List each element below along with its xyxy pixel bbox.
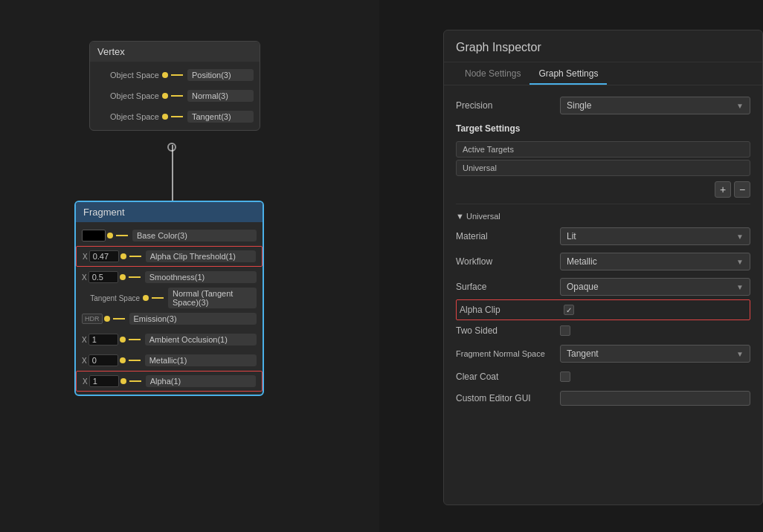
connector-line-2 [171, 116, 183, 117]
surface-label: Surface [456, 282, 560, 292]
custom-editor-gui-row: Custom Editor GUI [456, 387, 750, 409]
frag-port-1: Alpha Clip Threshold(1) [146, 250, 256, 262]
frag-port-3: Normal (Tangent Space)(3) [168, 288, 257, 308]
frag-dot-2 [120, 274, 126, 280]
workflow-dropdown[interactable]: Metallic ▼ [560, 253, 750, 270]
two-sided-checkbox[interactable] [560, 325, 570, 336]
tab-graph-settings[interactable]: Graph Settings [529, 62, 607, 85]
connector-dot-1 [162, 93, 168, 99]
custom-editor-gui-label: Custom Editor GUI [456, 393, 560, 403]
frag-port-6: Metallic(1) [145, 354, 257, 366]
fragment-node: Fragment Base Color(3) X Alpha Clip Thre… [74, 201, 264, 396]
custom-editor-gui-input[interactable] [560, 391, 750, 406]
connector-dot-2 [162, 114, 168, 120]
two-sided-label: Two Sided [456, 325, 560, 336]
two-sided-checkbox-area [560, 325, 750, 336]
vertex-node: Vertex Object Space Position(3) Object S… [89, 41, 260, 131]
frag-line-1 [129, 256, 141, 257]
frag-port-2: Smoothness(1) [145, 271, 257, 283]
frag-dot-1 [120, 253, 126, 259]
connector-line-0 [171, 74, 183, 76]
workflow-dropdown-value: Metallic [567, 256, 597, 267]
frag-dot-6 [120, 357, 126, 363]
precision-dropdown[interactable]: Single ▼ [560, 97, 750, 114]
workflow-dropdown-arrow: ▼ [736, 258, 744, 266]
fragment-row-alphaclip: X Alpha Clip Threshold(1) [76, 246, 263, 267]
tab-node-settings[interactable]: Node Settings [456, 62, 529, 85]
targets-controls: + − [456, 178, 750, 201]
frag-dot-0 [107, 233, 113, 239]
vertex-row-position: Object Space Position(3) [90, 65, 260, 85]
inspector-tabs: Node Settings Graph Settings [444, 62, 762, 85]
add-target-button[interactable]: + [715, 181, 731, 198]
precision-value: Single ▼ [560, 97, 750, 114]
surface-dropdown-arrow: ▼ [736, 283, 744, 291]
fragment-row-ao: X Ambient Occlusion(1) [76, 329, 263, 350]
fragment-row-emission: HDR Emission(3) [76, 308, 263, 329]
fragment-normal-space-dropdown-value: Tangent [567, 348, 599, 359]
target-settings-row: Target Settings [456, 118, 750, 139]
connector-line-1 [171, 95, 183, 97]
precision-label: Precision [456, 100, 560, 111]
frag-line-7 [129, 380, 141, 382]
workflow-label: Workflow [456, 256, 560, 267]
frag-dot-7 [120, 378, 126, 384]
x-label-1: X [83, 253, 88, 261]
frag-port-0: Base Color(3) [132, 230, 257, 241]
vertex-port-1: Normal(3) [187, 90, 254, 102]
workflow-value: Metallic ▼ [560, 253, 750, 270]
frag-line-5 [129, 339, 141, 340]
surface-row: Surface Opaque ▼ [456, 274, 750, 299]
x-label-5: X [82, 336, 87, 344]
surface-value: Opaque ▼ [560, 278, 750, 296]
surface-dropdown[interactable]: Opaque ▼ [560, 278, 750, 296]
target-settings-label: Target Settings [456, 123, 560, 134]
alpha-input[interactable] [89, 375, 119, 387]
color-swatch[interactable] [82, 230, 106, 241]
remove-target-button[interactable]: − [734, 181, 750, 198]
frag-dot-5 [120, 337, 126, 343]
frag-line-4 [113, 318, 125, 319]
ao-input[interactable] [88, 334, 118, 346]
fragment-normal-space-dropdown[interactable]: Tangent ▼ [560, 345, 750, 363]
fragment-normal-space-dropdown-arrow: ▼ [736, 350, 744, 358]
x-label-2: X [82, 273, 87, 282]
metallic-input[interactable] [88, 354, 118, 366]
clear-coat-label: Clear Coat [456, 372, 560, 382]
precision-dropdown-arrow: ▼ [736, 102, 744, 110]
alpha-clip-checkbox-area: ✓ [564, 305, 747, 315]
alpha-clip-label: Alpha Clip [460, 305, 564, 315]
smoothness-input[interactable] [88, 271, 118, 283]
frag-line-3 [152, 297, 164, 299]
material-dropdown-value: Lit [567, 231, 576, 241]
inspector-panel: Graph Inspector Node Settings Graph Sett… [443, 30, 763, 505]
x-label-6: X [82, 357, 87, 365]
universal-section-header: ▼ Universal [456, 209, 750, 224]
material-dropdown[interactable]: Lit ▼ [560, 227, 750, 245]
vertex-node-body: Object Space Position(3) Object Space No… [90, 62, 260, 130]
clear-coat-checkbox[interactable] [560, 372, 570, 382]
material-row: Material Lit ▼ [456, 224, 750, 249]
connector-dot-0 [162, 72, 168, 78]
universal-targets-box: Universal [456, 160, 750, 176]
frag-line-2 [129, 276, 141, 278]
vertex-row-normal: Object Space Normal(3) [90, 85, 260, 106]
active-targets-box: Active Targets [456, 141, 750, 158]
graph-area: Vertex Object Space Position(3) Object S… [0, 0, 379, 532]
alpha-clip-checkbox[interactable]: ✓ [564, 305, 574, 315]
alpha-clip-row: Alpha Clip ✓ [456, 299, 750, 320]
alpha-clip-input[interactable] [89, 250, 119, 262]
vertex-left-1: Object Space [96, 91, 159, 100]
vertex-left-2: Object Space [96, 112, 159, 121]
fragment-normal-space-row: Fragment Normal Space Tangent ▼ [456, 341, 750, 366]
frag-line-0 [116, 235, 128, 236]
clear-coat-checkbox-area [560, 372, 750, 382]
material-dropdown-arrow: ▼ [736, 233, 744, 241]
fragment-row-smoothness: X Smoothness(1) [76, 267, 263, 288]
universal-section: ▼ Universal Material Lit ▼ Workflow Meta… [456, 204, 750, 409]
fragment-node-header: Fragment [76, 202, 263, 222]
fragment-row-metallic: X Metallic(1) [76, 350, 263, 371]
frag-dot-3 [143, 295, 149, 301]
connection-line-vertical [172, 145, 173, 201]
fragment-normal-space-value: Tangent ▼ [560, 345, 750, 363]
